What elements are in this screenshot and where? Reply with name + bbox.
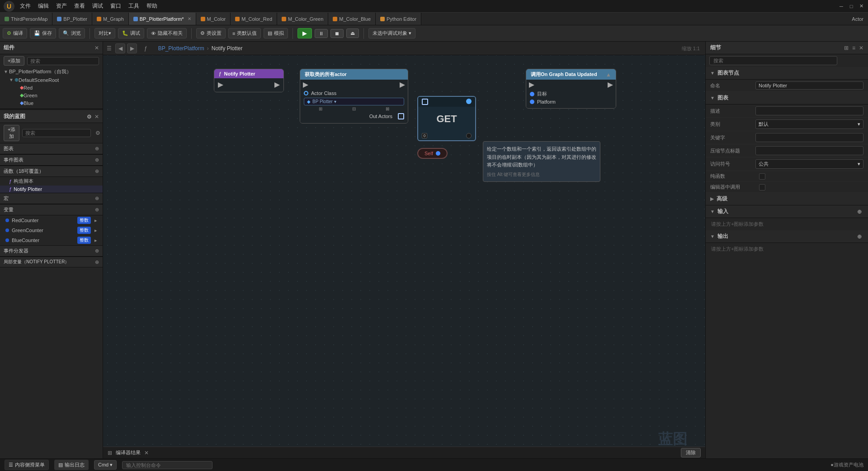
tree-bp-plotter-platform[interactable]: ▼ BP_PlotterPlatform（自我）	[0, 67, 103, 76]
var-blue-expand[interactable]: ▸	[94, 238, 97, 243]
my-blueprint-close[interactable]: ✕	[94, 114, 99, 120]
pause-button[interactable]: ⏸	[315, 29, 328, 38]
menu-asset[interactable]: 资产	[56, 2, 67, 10]
compile-button[interactable]: ⚙ 编译	[3, 28, 27, 38]
call-on-graph-collapse-icon[interactable]: ▲	[606, 71, 611, 78]
section-local-vars[interactable]: 局部变量（NOTIFY PLOTTER） ⊕	[0, 257, 103, 267]
var-blue-counter[interactable]: BlueCounter 整数 ▸	[0, 235, 103, 245]
output-log-tab[interactable]: ▤ 输出日志	[54, 460, 89, 470]
tab-M_Color[interactable]: M_Color	[196, 13, 231, 25]
tree-green[interactable]: ◆ Green	[0, 91, 103, 99]
components-add-button[interactable]: +添加	[4, 56, 24, 66]
play-button[interactable]: ▶	[297, 28, 312, 38]
tree-red[interactable]: ◆ Red	[0, 84, 103, 91]
tab-Python_Editor[interactable]: Python Editor	[376, 13, 421, 25]
add-local-var-icon[interactable]: ⊕	[95, 259, 99, 265]
canvas[interactable]: ☰ ◀ ▶ ƒ BP_PlotterPlatform › Notify Plot…	[103, 42, 705, 458]
stop-button[interactable]: ⏹	[330, 29, 344, 38]
section-event-dispatchers[interactable]: 事件分发器 ⊕	[0, 245, 103, 257]
menu-debug[interactable]: 调试	[92, 2, 103, 10]
add-var-icon[interactable]: ⊕	[95, 207, 99, 213]
close-button[interactable]: ✕	[858, 3, 864, 10]
section-functions[interactable]: 函数（18可覆盖） ⊕	[0, 166, 103, 177]
debug-button[interactable]: 🐛 调试	[118, 28, 144, 38]
detail-access-select[interactable]: 公共 ▾	[755, 159, 863, 169]
add-input-icon[interactable]: ⊕	[857, 209, 862, 215]
section-graph[interactable]: ▼ 图表	[706, 92, 868, 105]
section-advanced[interactable]: ▶ 高级	[706, 193, 868, 205]
tab-BP_PlotterPlatform[interactable]: BP_PlotterPlatform* ✕	[129, 13, 196, 25]
var-green-counter[interactable]: GreenCounter 整数 ▸	[0, 225, 103, 235]
grid-view-icon[interactable]: ⊞	[844, 45, 849, 51]
debug-target-select[interactable]: 未选中调试对象 ▾	[368, 28, 415, 38]
eject-button[interactable]: ⏏	[346, 29, 359, 38]
tab-BP_Plotter[interactable]: BP_Plotter	[52, 13, 92, 25]
add-output-icon[interactable]: ⊕	[857, 233, 862, 240]
canvas-menu-icon[interactable]: ☰	[107, 45, 112, 52]
node-get-actors[interactable]: 获取类的所有actor Actor Class ◆ BP Plotter ▾	[300, 69, 408, 124]
tab-M_Color_Blue[interactable]: M_Color_Blue	[328, 13, 376, 25]
menu-help[interactable]: 帮助	[146, 2, 157, 10]
section-macros[interactable]: 宏 ⊕	[0, 193, 103, 204]
add-event-dispatch-icon[interactable]: ⊕	[95, 248, 99, 254]
components-close[interactable]: ✕	[94, 45, 99, 51]
tree-default-scene-root[interactable]: ▼ ⊕ DefaultSceneRoot	[0, 76, 103, 84]
list-view-icon[interactable]: ≡	[852, 45, 855, 51]
section-inputs[interactable]: ▼ 输入 ⊕	[706, 205, 868, 218]
var-red-expand[interactable]: ▸	[94, 218, 97, 224]
tab-M_Graph[interactable]: M_Graph	[92, 13, 129, 25]
cmd-select[interactable]: Cmd ▾	[94, 460, 117, 470]
func-construction-script[interactable]: ƒ 构造脚本	[0, 177, 103, 186]
hide-unrelated-button[interactable]: 👁 隐藏不相关	[147, 28, 187, 38]
detail-keywords-input[interactable]	[755, 133, 863, 142]
section-outputs[interactable]: ▼ 输出 ⊕	[706, 230, 868, 243]
my-blueprint-search[interactable]	[22, 129, 91, 137]
editor-call-checkbox[interactable]	[759, 184, 765, 190]
right-panel-search[interactable]	[709, 56, 837, 65]
breadcrumb-root[interactable]: BP_PlotterPlatform	[158, 45, 204, 52]
settings-icon2[interactable]: ⚙	[95, 130, 100, 136]
save-button[interactable]: 💾 保存	[30, 28, 56, 38]
detail-compact-input[interactable]	[755, 146, 863, 155]
diff-button[interactable]: 对比▾	[94, 28, 115, 38]
detail-name-input[interactable]	[755, 81, 863, 90]
components-search[interactable]	[27, 57, 99, 65]
clear-button[interactable]: 清除	[681, 448, 701, 457]
add-event-icon[interactable]: ⊕	[95, 157, 99, 163]
section-variables[interactable]: 变量 ⊕	[0, 204, 103, 215]
menu-file[interactable]: 文件	[20, 2, 31, 10]
menu-window[interactable]: 窗口	[110, 2, 121, 10]
nav-forward[interactable]: ▶	[127, 43, 137, 53]
compiler-close[interactable]: ✕	[144, 450, 149, 456]
node-get[interactable]: GET 0	[417, 96, 476, 141]
browse-button[interactable]: 🔍 浏览	[59, 28, 85, 38]
detail-description-input[interactable]	[755, 106, 863, 115]
class-defaults-button[interactable]: ≡ 类默认值	[228, 28, 261, 38]
class-settings-button[interactable]: ⚙ 类设置	[196, 28, 226, 38]
tab-close-BP_PlotterPlatform[interactable]: ✕	[188, 16, 191, 21]
menu-tools[interactable]: 工具	[128, 2, 139, 10]
tab-ThirdPersonMap[interactable]: ThirdPersonMap	[0, 13, 52, 25]
minimize-button[interactable]: ─	[838, 3, 844, 10]
node-call-on-graph[interactable]: 调用On Graph Data Updated ▲ 目标 Platform	[526, 69, 616, 109]
cmd-input[interactable]	[122, 461, 212, 469]
add-macro-icon[interactable]: ⊕	[95, 195, 99, 201]
node-notify-plotter[interactable]: ƒ Notify Plotter	[214, 69, 284, 92]
section-graphs[interactable]: 图表 ⊕	[0, 143, 103, 154]
section-graph-node[interactable]: ▼ 图表节点	[706, 67, 868, 80]
pure-checkbox[interactable]	[759, 173, 765, 180]
content-drawer-tab[interactable]: ☰ 内容侧滑菜单	[5, 460, 49, 470]
tab-M_Color_Green[interactable]: M_Color_Green	[277, 13, 328, 25]
nav-back[interactable]: ◀	[115, 43, 125, 53]
var-red-counter[interactable]: RedCounter 整数 ▸	[0, 215, 103, 225]
node-self[interactable]: Self	[417, 148, 448, 159]
detail-category-select[interactable]: 默认 ▾	[755, 119, 863, 129]
var-green-expand[interactable]: ▸	[94, 228, 97, 233]
menu-view[interactable]: 查看	[74, 2, 85, 10]
my-blueprint-add-button[interactable]: +添加	[4, 125, 19, 141]
maximize-button[interactable]: □	[848, 3, 854, 10]
simulate-button[interactable]: ▤ 模拟	[264, 28, 288, 38]
add-graph-icon[interactable]: ⊕	[95, 146, 99, 152]
tab-M_Color_Red[interactable]: M_Color_Red	[231, 13, 277, 25]
tree-blue[interactable]: ◆ Blue	[0, 99, 103, 107]
